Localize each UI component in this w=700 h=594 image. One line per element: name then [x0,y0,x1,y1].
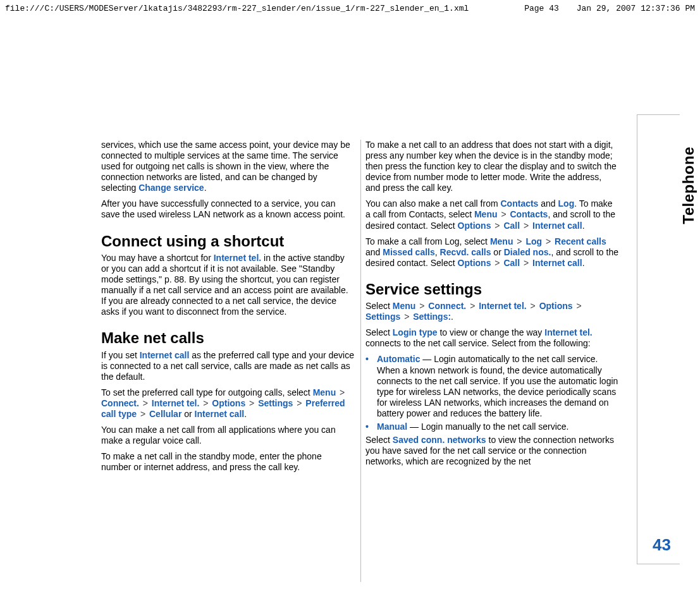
text: You may have a shortcut for [101,253,214,263]
page-indicator: Page 43 [524,4,559,13]
menu-path: Menu [393,301,416,311]
left-column: services, which use the same access poin… [101,140,354,478]
list-item-body: Manual — Login manually to the net call … [377,421,618,432]
menu-path: Call [503,258,520,268]
menu-path: Menu [474,209,498,219]
separator-icon: > [404,312,409,322]
menu-path: Settings [258,398,293,408]
text: . [451,312,453,322]
page-header: file:///C:/USERS/MODEServer/lkatajis/348… [0,0,700,13]
menu-path: Internet tel. [152,398,199,408]
bullet-icon: • [365,421,377,432]
separator-icon: > [494,221,500,231]
paragraph: To make a net call in the standby mode, … [101,451,354,473]
menu-path: Cellular [149,409,181,419]
separator-icon: > [203,398,208,408]
paragraph: Select Menu > Connect. > Internet tel. >… [365,301,618,322]
link-login-type: Login type [393,327,438,337]
paragraph: To make a call from Log, select Menu > L… [365,236,618,269]
bullet-icon: • [365,354,377,365]
paragraph: Select Login type to view or change the … [365,327,618,349]
separator-icon: > [524,258,529,268]
text: You can also make a net call from [365,198,501,209]
menu-path: Connect. [101,398,139,408]
text: To make a call from Log, select [365,236,490,246]
right-column: To make a net call to an address that do… [365,140,618,478]
menu-path: Settings [365,312,400,322]
menu-path: Dialed nos. [504,247,551,257]
text: Select [365,327,393,337]
separator-icon: > [517,236,522,246]
separator-icon: > [501,209,506,219]
menu-path: Options [539,301,573,311]
text: Select [365,435,393,445]
text: . [582,258,585,268]
section-label: Telephone [680,147,697,224]
link-saved-networks: Saved conn. networks [393,435,486,445]
text: to view or change the way [438,327,545,337]
paragraph: services, which use the same access poin… [101,140,354,193]
heading-connect-shortcut: Connect using a shortcut [101,232,354,250]
separator-icon: > [576,301,581,311]
paragraph: You can also make a net call from Contac… [365,198,618,231]
text: To set the preferred call type for outgo… [101,387,313,397]
text: . [244,409,247,419]
separator-icon: > [419,301,424,311]
link-internet-tel: Internet tel. [544,327,592,337]
menu-path: Menu [313,387,336,397]
heading-make-net-calls: Make net calls [101,329,354,347]
separator-icon: > [297,398,302,408]
heading-service-settings: Service settings [365,280,618,298]
separator-icon: > [470,301,475,311]
separator-icon: > [140,409,145,419]
separator-icon: > [249,398,254,408]
text: . [204,183,207,193]
right-rail: Telephone 43 [637,114,680,564]
menu-path: Options [212,398,245,408]
menu-path: Settings: [413,312,451,322]
separator-icon: > [494,258,500,268]
text: , [435,247,440,257]
file-path: file:///C:/USERS/MODEServer/lkatajis/348… [5,4,469,13]
text: or [181,409,194,419]
paragraph: You can make a net call from all applica… [101,425,354,446]
paragraph: If you set Internet call as the preferre… [101,350,354,382]
paragraph: After you have successfully connected to… [101,198,354,220]
separator-icon: > [524,221,529,231]
list-item: • Manual — Login manually to the net cal… [365,421,618,432]
separator-icon: > [546,236,551,246]
text: If you set [101,350,140,360]
link-contacts: Contacts [501,198,539,209]
menu-path: Internet call [532,258,582,268]
menu-path: Contacts [510,209,548,219]
menu-path: Internet tel. [479,301,526,311]
link-internet-call: Internet call [140,350,190,360]
menu-path: Call [503,221,520,231]
list-item-body: Automatic — Login automatically to the n… [377,354,618,418]
menu-path: Recent calls [555,236,606,246]
text: Select [365,301,393,311]
paragraph: To set the preferred call type for outgo… [101,387,354,420]
text: connects to the net call service. Select… [365,338,591,348]
link-change-service: Change service [138,183,204,193]
content-area: Telephone 43 services, which use the sam… [0,20,700,576]
list-item: • Automatic — Login automatically to the… [365,354,618,418]
page-number: 43 [653,535,671,555]
option-manual: Manual [377,421,407,432]
paragraph: Select Saved conn. networks to view the … [365,435,618,467]
text: . [582,221,585,231]
link-log: Log [558,198,575,209]
menu-path: Menu [490,236,513,246]
text: and [538,198,558,209]
separator-icon: > [143,398,148,408]
menu-path: Missed calls [383,247,435,257]
menu-path: Internet call [532,221,582,231]
paragraph: To make a net call to an address that do… [365,140,618,193]
text-columns: services, which use the same access poin… [101,140,623,478]
menu-path: Internet call [195,409,245,419]
text: and [365,247,383,257]
separator-icon: > [340,387,345,397]
link-internet-tel: Internet tel. [214,253,261,263]
paragraph: You may have a shortcut for Internet tel… [101,253,354,317]
menu-path: Options [458,258,491,268]
